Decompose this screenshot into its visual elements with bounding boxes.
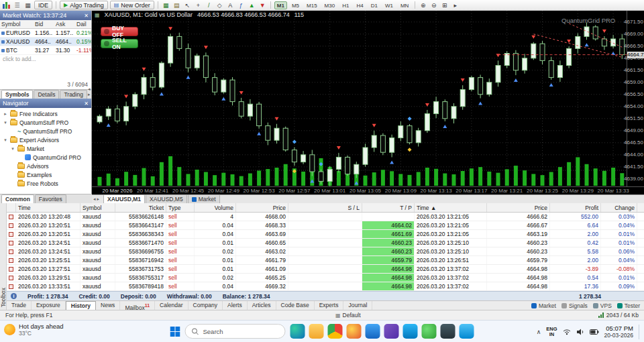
- algo-trading-button[interactable]: ▶Algo Trading: [60, 1, 108, 9]
- new-order-button[interactable]: ▤New Order: [110, 1, 154, 9]
- column-header[interactable]: Bid: [34, 20, 54, 28]
- buy-toggle-button[interactable]: BUY OFF: [101, 27, 138, 36]
- history-row[interactable]: 2026.03.20 13:20:51xauusd55836638343sell…: [7, 230, 644, 239]
- indicators-icon[interactable]: ƒ: [237, 1, 246, 9]
- history-row[interactable]: 2026.03.20 13:25:51xauusd55836716942sell…: [7, 256, 644, 265]
- history-row[interactable]: 2026.03.20 13:33:51xauusd55836789418sell…: [7, 282, 644, 291]
- cursor-icon[interactable]: ↖: [183, 1, 192, 9]
- history-row[interactable]: 2026.03.20 13:29:51xauusd55836755317sell…: [7, 274, 644, 282]
- toolbox-tab-journal[interactable]: Journal: [343, 301, 372, 310]
- taskbar-photos-icon[interactable]: [384, 324, 399, 339]
- show-desktop-button[interactable]: [639, 325, 640, 339]
- history-column-header[interactable]: Ticket: [115, 203, 166, 212]
- tree-item-quantumgrid-pro[interactable]: QuantumGrid PRO: [0, 153, 91, 162]
- collapse-icon[interactable]: ▾: [3, 137, 8, 143]
- column-header[interactable]: Symbol: [0, 20, 34, 28]
- shapes-icon[interactable]: ◇: [215, 1, 224, 9]
- history-row[interactable]: 2026.03.20 13:20:48xauusd55836626148sell…: [7, 213, 644, 221]
- menu-icon[interactable]: ☰: [13, 1, 21, 9]
- sell-arrow-icon[interactable]: ▼: [258, 1, 267, 9]
- history-row[interactable]: 2026.03.20 13:24:51xauusd55836671470sell…: [7, 239, 644, 247]
- taskbar-firefox-icon[interactable]: [347, 324, 362, 339]
- crosshair-icon[interactable]: +: [194, 1, 203, 9]
- timeframe-mn[interactable]: MN: [398, 1, 411, 9]
- service-tester[interactable]: Tester: [617, 302, 640, 309]
- history-column-header[interactable]: Time: [16, 203, 80, 212]
- history-row[interactable]: 2026.03.20 13:24:51xauusd55836696755sell…: [7, 247, 644, 256]
- history-column-header[interactable]: Price: [236, 203, 288, 212]
- chart-tab-market[interactable]: Market: [188, 194, 220, 203]
- collapse-icon[interactable]: ▾: [3, 120, 8, 125]
- timeframe-m15[interactable]: M15: [304, 1, 320, 9]
- toolbox-tab-trade[interactable]: Trade: [7, 301, 32, 310]
- tree-item-quantumstuff-pro[interactable]: ~QuantumStuff PRO: [0, 127, 91, 135]
- history-column-header[interactable]: Profit: [550, 203, 601, 212]
- close-icon[interactable]: ✕: [84, 101, 89, 107]
- price-axis[interactable]: 4671.504669.004666.504664.004661.504659.…: [627, 11, 644, 186]
- timeframe-m5[interactable]: M5: [289, 1, 302, 9]
- taskbar-obs-icon[interactable]: [441, 324, 455, 339]
- service-market[interactable]: Market: [531, 302, 556, 309]
- tray-chevron-icon[interactable]: ∧: [537, 329, 541, 335]
- buy-arrow-icon[interactable]: ▲: [248, 1, 256, 9]
- taskbar-weather-widget[interactable]: Hot days ahead 33°C: [4, 323, 64, 337]
- history-column-header[interactable]: [7, 203, 16, 212]
- timeframe-m1[interactable]: M1: [274, 1, 287, 9]
- expand-icon[interactable]: ▸: [3, 111, 8, 117]
- history-column-header[interactable]: Symbol: [80, 203, 115, 212]
- timeframe-h1[interactable]: H1: [339, 1, 352, 9]
- market-watch-row[interactable]: BTC31.2731.30-1.11%: [0, 46, 91, 55]
- history-column-header[interactable]: S / L: [288, 203, 362, 212]
- tree-item-examples[interactable]: Examples: [0, 170, 91, 179]
- close-icon[interactable]: ✕: [84, 13, 89, 19]
- tree-item-free-robots[interactable]: Free Robots: [0, 179, 91, 188]
- candlestick-chart[interactable]: [92, 11, 627, 186]
- tree-item-expert-advisors[interactable]: ▾Expert Advisors: [0, 135, 91, 144]
- toolbox-tab-alerts[interactable]: Alerts: [223, 301, 248, 310]
- history-column-header[interactable]: Change: [601, 203, 637, 212]
- service-signals[interactable]: Signals: [561, 302, 588, 309]
- taskbar-folder-icon[interactable]: [309, 324, 324, 339]
- language-indicator[interactable]: ENG IN: [546, 327, 557, 337]
- toolbox-tab-calendar[interactable]: Calendar: [155, 301, 189, 310]
- tree-item-market[interactable]: ▾Market: [0, 144, 91, 153]
- ide-button[interactable]: IDE: [34, 1, 52, 9]
- tab-symbols[interactable]: Symbols: [1, 90, 33, 99]
- tree-item-quantumstuff-pro[interactable]: ▾QuantumStuff PRO: [0, 118, 91, 127]
- scroll-to-end-icon[interactable]: ▸: [451, 1, 460, 9]
- toolbox-vertical-tab[interactable]: Toolbox: [0, 203, 7, 310]
- history-row[interactable]: 2026.03.20 13:27:51xauusd55836731753sell…: [7, 265, 644, 274]
- timeframe-h4[interactable]: H4: [354, 1, 366, 9]
- text-label-icon[interactable]: A: [226, 1, 235, 9]
- tab-common[interactable]: Common: [1, 194, 34, 203]
- tab-trading[interactable]: Trading: [60, 90, 87, 99]
- toolbox-tab-company[interactable]: Company: [189, 301, 223, 310]
- tree-item-free-indicators[interactable]: ▸Free Indicators: [0, 109, 91, 118]
- mt5-logo-icon[interactable]: [2, 1, 11, 9]
- volume-icon[interactable]: [576, 329, 584, 335]
- tile-windows-icon[interactable]: ⊞: [440, 1, 449, 9]
- timeframe-d1[interactable]: D1: [368, 1, 380, 9]
- profile-selector[interactable]: ▦ Default: [335, 312, 361, 319]
- history-row[interactable]: 2026.03.20 13:20:51xauusd55836643147sell…: [7, 221, 644, 230]
- taskbar-chrome-icon[interactable]: [328, 324, 343, 339]
- toolbox-tab-code-base[interactable]: Code Base: [276, 301, 315, 310]
- column-header[interactable]: Ask: [54, 20, 75, 28]
- chart-tab-xauusd-m1[interactable]: XAUUSD,M1: [103, 194, 145, 203]
- service-vps[interactable]: VPS: [593, 302, 612, 309]
- history-column-header[interactable]: Volume: [195, 203, 236, 212]
- toolbox-tab-articles[interactable]: Articles: [248, 301, 276, 310]
- history-column-header[interactable]: T / P: [362, 203, 415, 212]
- zoom-in-icon[interactable]: ⊕: [419, 1, 427, 9]
- taskbar-search[interactable]: Search: [185, 324, 286, 339]
- taskbar-whatsapp-icon[interactable]: [422, 324, 437, 339]
- market-watch-row[interactable]: EURUSD1.156..1.157..0.21%: [0, 29, 91, 38]
- taskbar-store-icon[interactable]: [403, 324, 418, 339]
- chart-tab-scroll-arrows[interactable]: ◂ ▸: [93, 196, 101, 203]
- window-layout-icon[interactable]: ▦: [23, 1, 32, 9]
- timeframe-m30[interactable]: M30: [322, 1, 338, 9]
- market-watch-row[interactable]: XAUUSD4664..4664..0.15%: [0, 38, 91, 46]
- taskbar-mail-icon[interactable]: [366, 324, 380, 339]
- profiles-icon[interactable]: ▤: [172, 1, 181, 9]
- chart-tab-xauusd-m5[interactable]: XAUUSD,M5: [146, 194, 187, 203]
